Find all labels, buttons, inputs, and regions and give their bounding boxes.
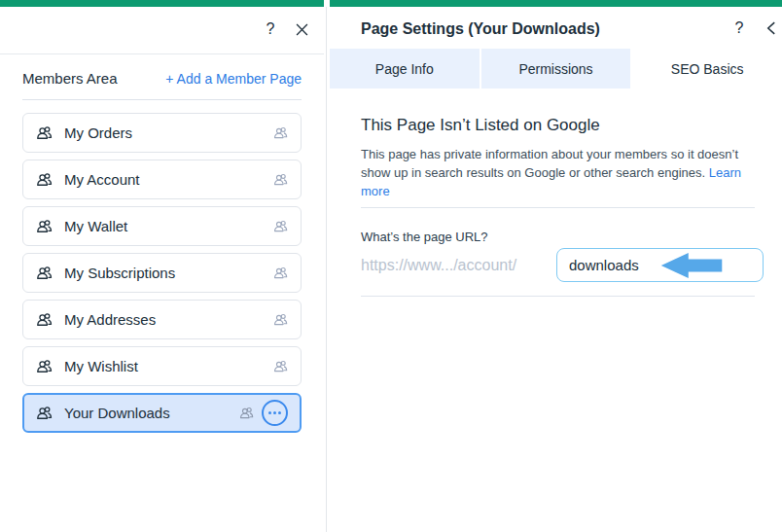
add-member-page-link[interactable]: + Add a Member Page: [165, 71, 302, 87]
list-item-my-wallet[interactable]: My Wallet: [22, 206, 302, 246]
top-accent-bar: [0, 0, 324, 7]
more-actions-icon[interactable]: [262, 400, 288, 426]
list-item-label: My Addresses: [64, 311, 156, 328]
members-icon: [36, 311, 53, 328]
members-area-title: Members Area: [22, 70, 118, 87]
page-url-row: https://www.../account/: [361, 248, 755, 282]
seo-basics-content: This Page Isn’t Listed on Google This pa…: [361, 95, 755, 297]
list-item-my-subscriptions[interactable]: My Subscriptions: [22, 253, 302, 293]
header-divider: [0, 53, 324, 54]
seo-heading: This Page Isn’t Listed on Google: [361, 116, 755, 135]
list-item-my-account[interactable]: My Account: [22, 160, 302, 199]
list-item-your-downloads[interactable]: Your Downloads: [22, 393, 302, 433]
wix-editor-panels: u ? Members Area + Add a Member Page My …: [0, 0, 782, 532]
list-item-label: My Subscriptions: [64, 265, 175, 281]
page-settings-panel: Page Settings (Your Downloads) ? Page In…: [330, 0, 782, 532]
page-url-question: What’s the page URL?: [361, 230, 755, 244]
members-only-icon: [273, 125, 288, 140]
members-only-icon: [273, 312, 288, 327]
members-icon: [36, 405, 53, 421]
members-only-icon: [273, 172, 288, 187]
members-icon: [36, 218, 53, 234]
section-divider: [22, 99, 302, 100]
list-item-my-wishlist[interactable]: My Wishlist: [22, 346, 302, 386]
settings-tabs: Page Info Permissions SEO Basics: [330, 49, 782, 89]
tab-seo-basics[interactable]: SEO Basics: [632, 49, 782, 89]
close-icon[interactable]: [291, 18, 312, 40]
chevron-left-icon[interactable]: [761, 18, 782, 39]
url-prefix: https://www.../account/: [361, 248, 516, 282]
seo-description: This page has private information about …: [361, 145, 752, 200]
members-area-panel: u ? Members Area + Add a Member Page My …: [0, 0, 324, 532]
list-item-label: Your Downloads: [64, 405, 170, 421]
content-divider: [361, 296, 755, 297]
member-pages-list: My Orders My Account My Wallet My Subscr…: [22, 113, 302, 440]
members-only-icon: [273, 359, 288, 373]
list-item-label: My Wishlist: [64, 358, 138, 374]
list-item-my-addresses[interactable]: My Addresses: [22, 300, 302, 339]
members-only-icon: [239, 406, 254, 420]
members-area-header: Members Area + Add a Member Page: [22, 70, 302, 87]
members-icon: [36, 124, 53, 141]
url-slug-input[interactable]: [556, 248, 764, 282]
list-item-my-orders[interactable]: My Orders: [22, 113, 302, 153]
help-icon[interactable]: ?: [729, 18, 750, 39]
top-accent-bar: [330, 0, 782, 7]
list-item-label: My Orders: [64, 124, 132, 141]
help-icon[interactable]: ?: [260, 18, 281, 40]
members-only-icon: [273, 219, 288, 233]
members-icon: [36, 171, 53, 188]
members-icon: [36, 358, 53, 374]
tab-page-info[interactable]: Page Info: [330, 49, 481, 89]
members-icon: [36, 265, 53, 281]
tab-permissions[interactable]: Permissions: [481, 49, 633, 89]
content-divider: [361, 207, 755, 208]
list-item-label: My Wallet: [64, 218, 127, 234]
clipped-panel-title: u: [0, 21, 4, 39]
list-item-label: My Account: [64, 171, 140, 188]
page-settings-title: Page Settings (Your Downloads): [361, 20, 600, 38]
members-only-icon: [273, 266, 288, 280]
